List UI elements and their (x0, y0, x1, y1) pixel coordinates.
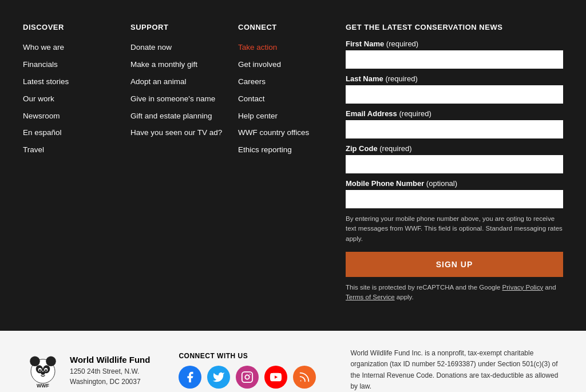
newsroom-link[interactable]: Newsroom (23, 112, 60, 120)
instagram-icon[interactable] (236, 366, 259, 389)
zip-group: Zip Code (required) (346, 144, 563, 173)
first-name-group: First Name (required) (346, 39, 563, 69)
list-item: Gift and estate planning (130, 110, 238, 122)
financials-link[interactable]: Financials (23, 60, 58, 69)
ethics-reporting-link[interactable]: Ethics reporting (238, 145, 292, 154)
adopt-animal-link[interactable]: Adopt an animal (130, 77, 187, 86)
give-someone-link[interactable]: Give in someone's name (130, 94, 215, 103)
first-name-label: First Name (required) (346, 39, 563, 48)
list-item: Take action (238, 42, 346, 53)
footer-bottom: WWF World Wildlife Fund 1250 24th Street… (0, 331, 586, 392)
facebook-icon[interactable] (179, 366, 201, 389)
social-icons-row (179, 366, 316, 389)
email-group: Email Address (required) (346, 109, 563, 138)
sign-up-button[interactable]: SIGN UP (346, 252, 563, 277)
phone-disclaimer: By entering your mobile phone number abo… (346, 214, 563, 244)
travel-link[interactable]: Travel (23, 145, 44, 154)
rss-icon[interactable] (293, 366, 316, 389)
connect-col: CONNECT Take action Get involved Careers… (238, 23, 346, 302)
country-offices-link[interactable]: WWF country offices (238, 128, 309, 137)
captcha-notice: This site is protected by reCAPTCHA and … (346, 283, 563, 303)
list-item: Donate now (130, 42, 238, 53)
latest-stories-link[interactable]: Latest stories (23, 77, 69, 86)
list-item: WWF country offices (238, 127, 346, 138)
donate-now-link[interactable]: Donate now (130, 43, 172, 52)
list-item: Careers (238, 76, 346, 88)
take-action-link[interactable]: Take action (238, 43, 277, 52)
zip-label: Zip Code (required) (346, 144, 563, 153)
org-address-line1: 1250 24th Street, N.W. (70, 367, 150, 375)
last-name-input[interactable] (346, 85, 563, 104)
first-name-input[interactable] (346, 50, 563, 69)
gift-estate-link[interactable]: Gift and estate planning (130, 112, 212, 120)
careers-link[interactable]: Careers (238, 77, 266, 86)
support-list: Donate now Make a monthly gift Adopt an … (130, 42, 238, 138)
connect-with-us-heading: CONNECT WITH US (179, 352, 316, 360)
list-item: Get involved (238, 59, 346, 70)
terms-of-service-link[interactable]: Terms of Service (346, 294, 395, 300)
privacy-policy-link[interactable]: Privacy Policy (502, 284, 544, 291)
footer-top: DISCOVER Who we are Financials Latest st… (0, 0, 586, 331)
discover-list: Who we are Financials Latest stories Our… (23, 42, 130, 156)
phone-label: Mobile Phone Number (optional) (346, 179, 563, 188)
list-item: Have you seen our TV ad? (130, 127, 238, 138)
phone-input[interactable] (346, 190, 563, 208)
newsletter-heading: GET THE LATEST CONSERVATION NEWS (346, 23, 563, 31)
en-espanol-link[interactable]: En español (23, 128, 62, 137)
our-work-link[interactable]: Our work (23, 94, 54, 103)
discover-col: DISCOVER Who we are Financials Latest st… (23, 23, 130, 302)
svg-text:WWF: WWF (37, 382, 50, 388)
svg-point-1 (30, 356, 40, 366)
org-address-line2: Washington, DC 20037 (70, 378, 150, 386)
support-col: SUPPORT Donate now Make a monthly gift A… (130, 23, 238, 302)
tv-ad-link[interactable]: Have you seen our TV ad? (130, 128, 222, 137)
list-item: Contact (238, 93, 346, 105)
list-item: Ethics reporting (238, 144, 346, 156)
list-item: Latest stories (23, 76, 130, 88)
svg-point-7 (39, 369, 41, 371)
org-name: World Wildlife Fund (70, 354, 150, 366)
list-item: Adopt an animal (130, 76, 238, 88)
monthly-gift-link[interactable]: Make a monthly gift (130, 60, 197, 69)
svg-rect-11 (242, 371, 252, 382)
svg-point-2 (46, 356, 56, 366)
connect-list: Take action Get involved Careers Contact… (238, 42, 346, 156)
email-input[interactable] (346, 120, 563, 138)
support-heading: SUPPORT (130, 23, 238, 31)
zip-input[interactable] (346, 155, 563, 173)
list-item: Help center (238, 110, 346, 122)
connect-heading: CONNECT (238, 23, 346, 31)
list-item: Newsroom (23, 110, 130, 122)
contact-link[interactable]: Contact (238, 94, 265, 103)
last-name-group: Last Name (required) (346, 74, 563, 104)
list-item: Financials (23, 59, 130, 70)
who-we-are-link[interactable]: Who we are (23, 43, 64, 52)
svg-point-9 (41, 371, 45, 374)
list-item: Who we are (23, 42, 130, 53)
wwf-panda-logo: WWF (23, 350, 63, 390)
email-label: Email Address (required) (346, 109, 563, 118)
twitter-icon[interactable] (207, 366, 230, 389)
phone-group: Mobile Phone Number (optional) (346, 179, 563, 208)
list-item: Make a monthly gift (130, 59, 238, 70)
list-item: En español (23, 127, 130, 138)
svg-point-14 (300, 380, 302, 381)
youtube-icon[interactable] (264, 366, 287, 389)
org-info: World Wildlife Fund 1250 24th Street, N.… (70, 354, 150, 386)
wwf-logo-area: WWF World Wildlife Fund 1250 24th Street… (23, 350, 150, 390)
org-description: World Wildlife Fund Inc. is a nonprofit,… (350, 348, 563, 392)
list-item: Our work (23, 93, 130, 105)
social-connect-section: CONNECT WITH US (179, 352, 316, 389)
help-center-link[interactable]: Help center (238, 112, 278, 120)
list-item: Give in someone's name (130, 93, 238, 105)
list-item: Travel (23, 144, 130, 156)
discover-heading: DISCOVER (23, 23, 130, 31)
get-involved-link[interactable]: Get involved (238, 60, 281, 69)
newsletter-col: GET THE LATEST CONSERVATION NEWS First N… (346, 23, 563, 302)
svg-point-8 (45, 369, 47, 371)
last-name-label: Last Name (required) (346, 74, 563, 83)
